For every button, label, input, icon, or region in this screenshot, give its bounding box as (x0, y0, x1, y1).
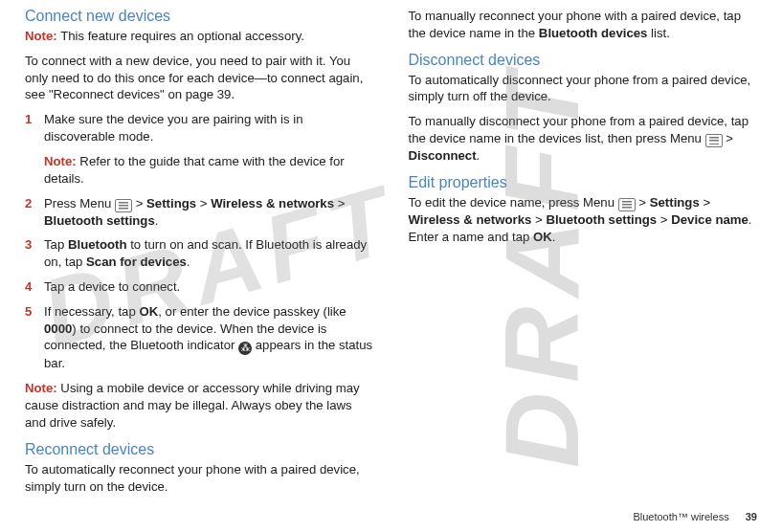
paragraph: To connect with a new device, you need t… (25, 53, 374, 103)
text: To edit the device name, press Menu (409, 195, 618, 210)
bold-text: Bluetooth settings (44, 213, 155, 228)
note-text: Refer to the guide that came with the de… (44, 154, 345, 186)
bold-text: Bluetooth devices (539, 26, 648, 40)
paragraph: To automatically disconnect your phone f… (409, 72, 758, 106)
note-text: This feature requires an optional access… (57, 29, 304, 43)
bold-text: 0000 (44, 321, 72, 336)
step-number: 4 (25, 278, 44, 296)
text: > (531, 212, 546, 227)
step-text: Make sure the device you are pairing wit… (44, 112, 302, 144)
paragraph: To automatically reconnect your phone wi… (25, 461, 374, 496)
note-label: Note: (44, 154, 77, 168)
step-body: If necessary, tap OK, or enter the devic… (44, 303, 374, 373)
step-4: 4 Tap a device to connect. (25, 278, 374, 296)
menu-icon (705, 134, 723, 147)
step-number: 3 (25, 236, 44, 271)
text: . (477, 148, 480, 163)
paragraph: To manually reconnect your phone with a … (409, 8, 758, 42)
text: > (636, 195, 650, 210)
step-body: Tap a device to connect. (44, 278, 180, 296)
menu-icon (618, 198, 636, 211)
step-1: 1 Make sure the device you are pairing w… (25, 111, 374, 187)
step-text: Tap a device to connect. (44, 279, 180, 294)
text: > (657, 212, 671, 227)
bluetooth-icon: ⁂ (238, 342, 252, 355)
text: If necessary, tap (44, 304, 139, 319)
left-column: Connect new devices Note: This feature r… (25, 8, 374, 494)
note-label: Note: (25, 29, 57, 43)
footer-section: Bluetooth™ wireless (633, 511, 728, 522)
bold-text: Bluetooth settings (546, 212, 657, 227)
step-body: Tap Bluetooth to turn on and scan. If Bl… (44, 236, 374, 271)
text: > (723, 131, 733, 145)
heading-reconnect-devices: Reconnect devices (25, 441, 374, 458)
step-2: 2 Press Menu > Settings > Wireless & net… (25, 195, 374, 230)
bold-text: Settings (146, 196, 196, 211)
page-content: Connect new devices Note: This feature r… (0, 0, 782, 494)
heading-edit-properties: Edit properties (409, 174, 758, 191)
bold-text: Wireless & networks (211, 196, 334, 211)
note-paragraph: Note: This feature requires an optional … (25, 28, 374, 45)
page-number: 39 (746, 511, 757, 522)
text: > (700, 195, 710, 210)
text: . (552, 230, 556, 244)
text: > (196, 196, 211, 211)
text: > (334, 196, 345, 211)
bold-text: Scan for devices (86, 255, 187, 269)
heading-connect-new-devices: Connect new devices (25, 8, 374, 25)
heading-disconnect-devices: Disconnect devices (409, 52, 758, 69)
note-label: Note: (25, 381, 57, 395)
step-number: 1 (25, 111, 44, 187)
bold-text: Wireless & networks (409, 212, 532, 227)
text: Press Menu (44, 196, 115, 211)
text: > (132, 196, 146, 211)
step-number: 5 (25, 303, 44, 373)
note-text: Using a mobile device or accessory while… (25, 381, 360, 430)
note-paragraph: Note: Using a mobile device or accessory… (25, 380, 374, 431)
text: . (155, 213, 159, 228)
text: , or enter the device passkey (like (158, 304, 346, 319)
bold-text: Device name (671, 212, 748, 227)
bold-text: Settings (650, 195, 700, 210)
step-number: 2 (25, 195, 44, 230)
step-body: Make sure the device you are pairing wit… (44, 111, 374, 187)
right-column: To manually reconnect your phone with a … (409, 8, 758, 494)
bold-text: OK (533, 230, 552, 244)
text: Tap (44, 237, 68, 252)
paragraph: To manually disconnect your phone from a… (409, 113, 758, 165)
text: . (187, 255, 190, 269)
step-5: 5 If necessary, tap OK, or enter the dev… (25, 303, 374, 373)
step-3: 3 Tap Bluetooth to turn on and scan. If … (25, 236, 374, 271)
paragraph: To edit the device name, press Menu > Se… (409, 194, 758, 246)
bold-text: OK (139, 304, 158, 319)
text: list. (647, 26, 669, 40)
step-body: Press Menu > Settings > Wireless & netwo… (44, 195, 374, 230)
bold-text: Bluetooth (68, 237, 127, 252)
menu-icon (115, 199, 132, 212)
text: To manually disconnect your phone from a… (409, 114, 749, 145)
bold-text: Disconnect (409, 148, 477, 163)
page-footer: Bluetooth™ wireless 39 (633, 511, 757, 522)
